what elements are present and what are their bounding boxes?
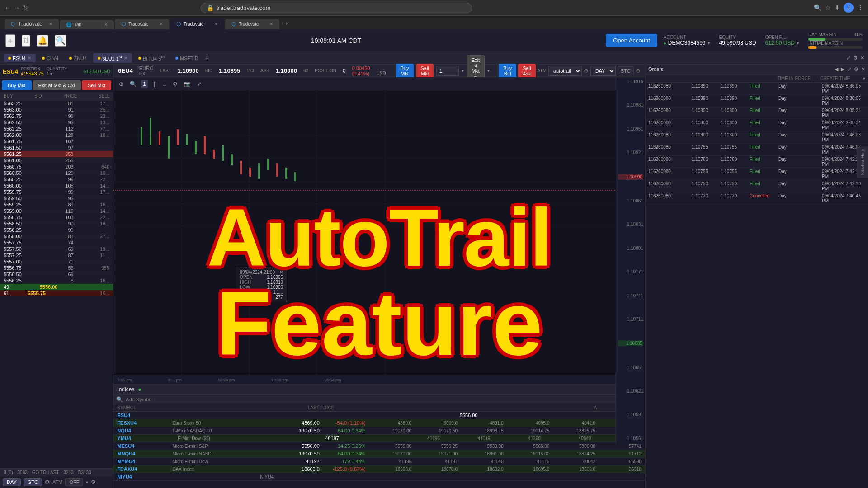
browser-tab-5[interactable]: ⬡ Tradovate ✕ (225, 19, 279, 29)
settings-chart-icon[interactable]: ⚙ (853, 55, 858, 61)
list-item[interactable]: MESU4 Micro E-mini S&P 5556.00 14.25 0.2… (113, 442, 645, 450)
atm-chevron-icon[interactable]: ▾ (86, 480, 88, 485)
add-workspace-button[interactable]: ＋ (5, 34, 15, 47)
close-orders-icon[interactable]: ✕ (861, 66, 865, 72)
esu4-dot (8, 57, 11, 60)
instrument-tab-esu4[interactable]: ESU4 ✕ (4, 54, 36, 62)
table-row: 116260080 1.10800 1.10800 Filled Day 09/… (646, 131, 868, 144)
browser-tab-4[interactable]: ⬡ Tradovate ✕ (170, 19, 224, 29)
gtc-order-button[interactable]: GTC (24, 478, 42, 486)
list-item[interactable]: NQU4 E-Mini NASDAQ 10 19070.50 64.00 0.3… (113, 427, 645, 435)
tab-close-5-icon[interactable]: ✕ (269, 22, 273, 27)
esu4-close-icon[interactable]: ✕ (28, 56, 31, 61)
maximize-chart-icon[interactable]: ⤢ (846, 55, 850, 61)
buy-mkt-button[interactable]: Buy Mkt (2, 80, 32, 90)
reload-button[interactable]: ↻ (23, 4, 28, 11)
forward-button[interactable]: → (14, 4, 20, 11)
search-header-button[interactable]: 🔍 (55, 35, 66, 47)
magnify-tool[interactable]: 🔍 (128, 80, 138, 88)
instrument-tab-clv4[interactable]: CLV4 (38, 54, 63, 62)
filter-orders-icon[interactable]: ▾ (863, 76, 865, 81)
order-qty: 1.10800 (721, 108, 750, 118)
stc-button[interactable]: STC (618, 66, 634, 75)
nav-left-orders-icon[interactable]: ◀ (835, 66, 838, 72)
tooltip-close-icon[interactable]: ✕ (279, 270, 283, 275)
layout-button[interactable]: ⇅ (22, 35, 30, 47)
notifications-button[interactable]: 🔔 (37, 35, 48, 47)
sidebar-help-label[interactable]: Sidebar Help (860, 149, 865, 175)
browser-tab-1[interactable]: ⬡ Tradovate ✕ (5, 19, 59, 29)
list-item[interactable]: FDAXU4 DAX Index 18669.0 -125.0 (0.67%) … (113, 465, 645, 473)
star-button[interactable]: ☆ (825, 4, 831, 11)
new-tab-button[interactable]: + (280, 18, 292, 29)
day-order-button[interactable]: DAY (3, 478, 21, 486)
settings-atm-icon[interactable]: ⚙ (91, 479, 96, 485)
quantity-chevron-icon[interactable]: ▾ (50, 71, 52, 76)
buy-mkt-chart-button[interactable]: Buy Mkt (396, 64, 414, 78)
profile-button[interactable]: J (844, 3, 854, 13)
exit-mkt-button[interactable]: Exit at Mkt & Cxl (33, 80, 81, 90)
list-item[interactable]: MNQU4 Micro E-mini NASD... 19070.50 64.0… (113, 450, 645, 458)
camera-tool[interactable]: 📷 (182, 80, 193, 88)
chart-area[interactable]: ⊕ 🔍 1 ||| □ ⚙ 📷 ⤢ (113, 77, 645, 488)
wl-extra3: 41260 (490, 436, 541, 441)
price-tick: 1.11915 (618, 79, 643, 84)
qty-chevron-icon[interactable]: ▾ (462, 68, 464, 73)
bitu4-dot (138, 57, 141, 60)
sell-mkt-chart-button[interactable]: Sell Mkt (416, 64, 434, 78)
nav-right-orders-icon[interactable]: ▶ (841, 66, 844, 72)
browser-tab-3[interactable]: ⬡ Tradovate ✕ (115, 19, 169, 29)
instrument-tab-msft[interactable]: MSFT D (171, 54, 203, 62)
order-row: 5558.7510322... (0, 214, 113, 221)
settings-orders-icon[interactable]: ⚙ (854, 66, 859, 72)
instrument-tab-znu4[interactable]: ZNU4 (65, 54, 91, 62)
sell-ask-button[interactable]: Sell Ask (518, 64, 535, 78)
tab-close-4-icon[interactable]: ✕ (214, 22, 218, 27)
list-item[interactable]: FESXU4 Euro Stoxx 50 4869.00 -54.0 (1.10… (113, 419, 645, 427)
extension-button[interactable]: ⋮ (857, 4, 863, 11)
order-time: 09/04/2024 2:05:34 PM (822, 120, 865, 130)
bar-chart-icon[interactable]: ||| (151, 80, 158, 88)
browser-tab-2[interactable]: 🌐 Tab ✕ (60, 20, 114, 29)
crosshair-tool[interactable]: ⊕ (117, 80, 125, 88)
price-tick: 1.10741 (618, 293, 643, 298)
address-bar[interactable]: 🔒 trader.tradovate.com (201, 3, 472, 13)
back-button[interactable]: ← (5, 4, 11, 11)
add-symbol-label[interactable]: Add Symbol (126, 397, 152, 402)
instrument-tab-6eu1[interactable]: 6EU1 1st ✕ (93, 53, 132, 63)
tab-close-3-icon[interactable]: ✕ (159, 22, 163, 27)
atm-chart-select[interactable]: autotrail (548, 66, 582, 76)
exit-chevron-icon[interactable]: ▾ (487, 68, 490, 73)
tab-close-icon[interactable]: ✕ (49, 22, 52, 27)
sell-mkt-button[interactable]: Sell Mkt (82, 80, 112, 90)
fullscreen-tool[interactable]: ⤢ (195, 80, 203, 88)
order-qty: 1.10760 (721, 157, 750, 167)
settings-tool[interactable]: ⚙ (171, 80, 179, 88)
order-row: 5557.0071 (0, 258, 113, 265)
list-item[interactable]: NIYU4 NIYU4 (113, 473, 645, 481)
stc-settings-icon[interactable]: ⚙ (636, 68, 641, 74)
tab-close-2-icon[interactable]: ✕ (104, 22, 108, 27)
browser-window-controls[interactable]: ← → ↻ (5, 4, 28, 11)
list-item[interactable]: YMU4 E-Mini Dow ($5) 40197 41196 41019 4… (113, 435, 645, 442)
6eu1-close-icon[interactable]: ✕ (124, 56, 127, 61)
open-account-button[interactable]: Open Account (606, 34, 657, 47)
add-instrument-button[interactable]: + (205, 54, 209, 62)
maximize-orders-icon[interactable]: ⤢ (847, 66, 851, 72)
search-browser-button[interactable]: 🔍 (814, 4, 821, 11)
instrument-tab-bitu4[interactable]: BITU4 5th (134, 53, 169, 63)
buy-bid-button[interactable]: Buy Bid (499, 64, 516, 78)
1min-button[interactable]: 1 (141, 80, 148, 88)
close-chart-icon[interactable]: ✕ (860, 55, 864, 61)
quantity-input[interactable] (436, 66, 459, 76)
wl-extra2: 19071.00 (411, 451, 458, 456)
download-button[interactable]: ⬇ (835, 4, 840, 11)
settings-order-icon[interactable]: ⚙ (45, 479, 50, 485)
period-select[interactable]: DAY (590, 66, 616, 76)
list-item[interactable]: MYMU4 Micro E-mini Dow 41197 179 0.44% 4… (113, 458, 645, 465)
znu4-dot (69, 57, 72, 60)
atm-settings-icon[interactable]: ⚙ (584, 68, 589, 74)
atm-toggle-button[interactable]: OFF (65, 478, 83, 486)
rect-tool[interactable]: □ (161, 80, 168, 88)
list-item[interactable]: ESU4 5556.00 (113, 412, 645, 419)
